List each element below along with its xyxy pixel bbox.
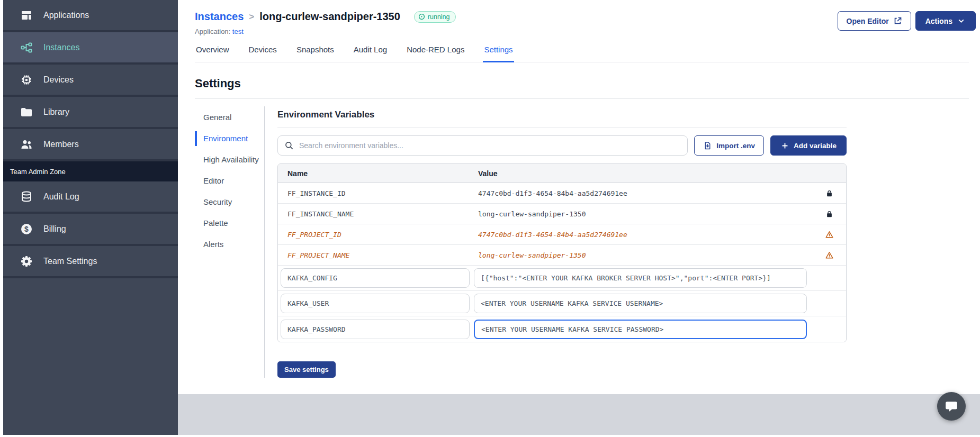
search-box [277, 135, 688, 156]
sidebar-item-devices[interactable]: Devices [3, 65, 178, 97]
open-editor-button[interactable]: Open Editor [838, 11, 911, 31]
folder-icon [20, 106, 33, 119]
document-download-icon [703, 141, 712, 150]
sidebar-item-label: Members [43, 140, 79, 149]
search-input[interactable] [299, 141, 681, 150]
breadcrumb-separator: > [249, 12, 254, 22]
sidebar-item-label: Library [43, 107, 69, 117]
tab-node-red-logs[interactable]: Node-RED Logs [406, 43, 465, 62]
settings-divider [195, 98, 969, 99]
sidebar-item-label: Applications [43, 11, 89, 20]
import-env-label: Import .env [716, 142, 755, 150]
instance-tabs: Overview Devices Snapshots Audit Log Nod… [195, 43, 969, 62]
applications-icon [20, 9, 33, 22]
lock-icon [825, 210, 833, 218]
sidebar-item-label: Billing [43, 224, 66, 234]
subnav-environment[interactable]: Environment [195, 128, 264, 149]
env-var-name: FF_INSTANCE_NAME [278, 210, 474, 218]
svg-text:$: $ [24, 225, 29, 233]
env-var-value: long-curlew-sandpiper-1350 [474, 210, 812, 218]
instance-header: Instances > long-curlew-sandpiper-1350 r… [178, 0, 980, 35]
env-variables-table: Name Value FF_INSTANCE_ID 4747c0bd-d1f3-… [277, 163, 847, 342]
sidebar-item-label: Instances [43, 43, 79, 52]
tab-overview[interactable]: Overview [195, 43, 230, 62]
warning-icon [825, 251, 834, 260]
section-title: Environment Variables [277, 106, 847, 128]
subnav-security[interactable]: Security [195, 192, 264, 213]
sidebar-item-billing[interactable]: $ Billing [3, 214, 178, 246]
sidebar-item-members[interactable]: Members [3, 129, 178, 161]
breadcrumb-instances-link[interactable]: Instances [195, 11, 244, 23]
environment-section: Environment Variables Import .env [265, 106, 847, 378]
warning-icon [825, 230, 834, 239]
delete-variable-button[interactable] [828, 277, 830, 279]
sidebar-item-library[interactable]: Library [3, 97, 178, 129]
sidebar-item-label: Audit Log [43, 192, 79, 202]
settings-subnav: General Environment High Availability Ed… [195, 106, 265, 378]
env-var-name-input[interactable] [281, 268, 470, 288]
sidebar-item-label: Team Settings [43, 257, 97, 266]
chevron-down-icon [957, 16, 966, 25]
env-var-name: FF_PROJECT_NAME [278, 251, 474, 259]
lock-icon [825, 189, 833, 197]
subnav-palette[interactable]: Palette [195, 213, 264, 234]
table-row-editable [278, 316, 846, 342]
tab-snapshots[interactable]: Snapshots [295, 43, 335, 62]
sidebar-item-label: Devices [43, 75, 74, 85]
header-actions: Open Editor Actions [838, 11, 976, 31]
chat-launcher[interactable] [937, 392, 966, 421]
sidebar-item-audit-log[interactable]: Audit Log [3, 181, 178, 214]
settings-body: General Environment High Availability Ed… [195, 106, 980, 378]
delete-variable-button[interactable] [828, 328, 830, 330]
env-var-value-input[interactable] [474, 268, 807, 288]
play-circle-icon [418, 13, 425, 20]
application-link[interactable]: test [232, 28, 244, 35]
actions-button[interactable]: Actions [915, 11, 976, 31]
status-badge: running [414, 11, 456, 23]
external-link-icon [893, 16, 902, 25]
actions-label: Actions [925, 17, 952, 25]
env-var-value-input-focused[interactable] [474, 320, 807, 339]
chip-icon [20, 74, 33, 86]
import-env-button[interactable]: Import .env [694, 135, 764, 156]
instance-name: long-curlew-sandpiper-1350 [259, 11, 400, 23]
subnav-high-availability[interactable]: High Availability [195, 149, 264, 170]
tab-devices[interactable]: Devices [248, 43, 278, 62]
subnav-editor[interactable]: Editor [195, 170, 264, 192]
env-var-name: FF_PROJECT_ID [278, 231, 474, 239]
env-var-value: 4747c0bd-d1f3-4654-84b4-aa5d274691ee [474, 189, 812, 197]
main-content: Instances > long-curlew-sandpiper-1350 r… [178, 0, 980, 437]
users-icon [20, 138, 33, 151]
sidebar-item-applications[interactable]: Applications [3, 0, 178, 32]
table-row-editable [278, 291, 846, 316]
env-var-value: 4747c0bd-d1f3-4654-84b4-aa5d274691ee [474, 231, 812, 239]
tab-settings[interactable]: Settings [483, 43, 514, 62]
save-settings-button[interactable]: Save settings [277, 361, 336, 378]
sidebar-item-instances[interactable]: Instances [3, 32, 178, 65]
chat-bubble-icon [945, 399, 958, 413]
sidebar: Applications Instances Devices Library M… [3, 0, 178, 435]
env-var-value: long-curlew-sandpiper-1350 [474, 251, 812, 259]
column-header-value: Value [474, 169, 812, 178]
delete-variable-button[interactable] [828, 303, 830, 305]
page: Applications Instances Devices Library M… [0, 0, 980, 437]
env-var-value-input[interactable] [474, 294, 807, 313]
env-var-name-input[interactable] [281, 320, 470, 339]
open-editor-label: Open Editor [847, 17, 889, 25]
env-var-name-input[interactable] [281, 294, 470, 313]
add-variable-button[interactable]: Add variable [770, 135, 847, 156]
application-label: Application: [195, 28, 230, 35]
status-label: running [428, 13, 450, 21]
footer-band [178, 394, 980, 435]
table-row-editable [278, 266, 846, 291]
instances-icon [20, 41, 33, 54]
subnav-alerts[interactable]: Alerts [195, 234, 264, 255]
plus-icon [780, 141, 789, 150]
sidebar-item-team-settings[interactable]: Team Settings [3, 246, 178, 278]
team-admin-zone-header: Team Admin Zone [3, 161, 178, 181]
table-header: Name Value [278, 164, 846, 183]
env-controls: Import .env Add variable [277, 135, 847, 156]
gear-icon [20, 255, 33, 268]
tab-audit-log[interactable]: Audit Log [353, 43, 388, 62]
subnav-general[interactable]: General [195, 107, 264, 128]
